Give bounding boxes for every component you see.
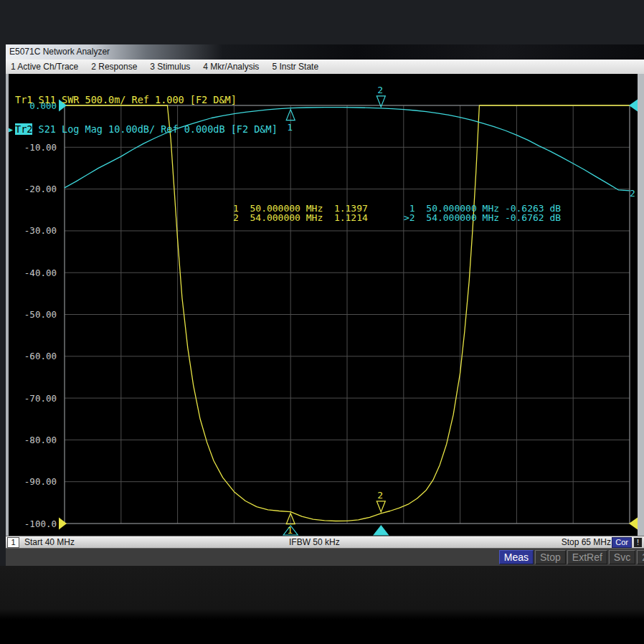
start-frequency-label[interactable]: Start 40 MHz (24, 536, 75, 548)
marker-readout-tr1: 1 50.000000 MHz 1.1397 2 54.000000 MHz 1… (233, 204, 368, 222)
softkey-meas[interactable]: Meas (499, 550, 534, 564)
softkey-extref[interactable]: ExtRef (567, 550, 607, 564)
ref-level-indicator-right-tr1[interactable] (629, 518, 638, 530)
marker-2-label-tr1: 2 (377, 490, 383, 501)
ref-level-indicator-left-tr1[interactable] (59, 518, 67, 530)
ref-level-indicator-right-tr2[interactable] (629, 100, 638, 112)
marker-readout-tr1-line2: 2 54.000000 MHz 1.1214 (233, 212, 368, 223)
softkey-svc[interactable]: Svc (609, 550, 635, 564)
active-trace-arrow-icon: ▶ (9, 125, 15, 135)
menu-stimulus[interactable]: 3 Stimulus (143, 60, 196, 74)
marker-stimulus-indicator-2[interactable] (374, 526, 388, 535)
softkey-stop[interactable]: Stop (535, 550, 566, 564)
y-axis-tick-label: -100.0 (24, 518, 57, 529)
trace2-name: Tr2 (15, 123, 32, 135)
status-bar: 1 Start 40 MHz IFBW 50 kHz Stop 65 MHz C… (6, 536, 644, 548)
ifbw-label[interactable]: IFBW 50 kHz (289, 536, 340, 548)
y-axis-tick-label: -20.00 (24, 184, 57, 194)
marker-readout-tr2: 1 50.000000 MHz -0.6263 dB >2 54.000000 … (404, 204, 561, 222)
menu-mkr-analysis[interactable]: 4 Mkr/Analysis (196, 60, 265, 74)
y-axis-tick-label: -70.00 (24, 393, 57, 404)
correction-status-badge: Cor (612, 537, 632, 548)
marker-readout-tr2-line2: >2 54.000000 MHz -0.6762 dB (404, 212, 561, 223)
y-axis-tick-label: -30.00 (24, 225, 57, 236)
trace1-settings: S11 SWR 500.0m/ Ref 1.000 [F2 D&M] (32, 94, 236, 105)
menu-active-ch-trace[interactable]: 1 Active Ch/Trace (6, 60, 85, 74)
trace-header: Tr1 S11 SWR 500.0m/ Ref 1.000 [F2 D&M] ▶… (9, 76, 278, 153)
y-axis-tick-label: -80.00 (24, 435, 57, 445)
y-axis-tick-label: -50.00 (24, 309, 57, 320)
trace1-name: Tr1 (15, 94, 32, 105)
analyzer-window: E5071C Network Analyzer 1 Active Ch/Trac… (6, 44, 644, 566)
marker-2-label-tr2: 2 (377, 85, 383, 95)
alert-badge: ! (633, 537, 643, 548)
instrument-status-row: Meas Stop ExtRef Svc 2 (6, 548, 644, 566)
screenshot-stage: E5071C Network Analyzer 1 Active Ch/Trac… (0, 0, 644, 644)
y-axis-tick-label: -90.00 (24, 476, 57, 487)
trace2-header-line[interactable]: ▶Tr2 S21 Log Mag 10.00dB/ Ref 0.000dB [F… (9, 125, 278, 135)
softkey-2-clipped[interactable]: 2 (637, 550, 644, 564)
marker-1-label-tr2: 1 (287, 122, 293, 133)
trace1-header-line[interactable]: Tr1 S11 SWR 500.0m/ Ref 1.000 [F2 D&M] (9, 95, 278, 105)
menu-response[interactable]: 2 Response (85, 60, 143, 74)
trace1-active-arrow-slot (9, 95, 15, 105)
photo-background-bottom (0, 566, 644, 644)
instrument-screen: 0.000-10.00-20.00-30.00-40.00-50.00-60.0… (6, 74, 644, 536)
trace2-settings: S21 Log Mag 10.00dB/ Ref 0.000dB [F2 D&M… (32, 123, 277, 135)
window-title: E5071C Network Analyzer (6, 44, 644, 59)
marker-1-label-tr1: 1 (287, 525, 293, 536)
y-axis-tick-label: -40.00 (24, 267, 57, 278)
trace2-edge-label: 2 (630, 188, 635, 199)
y-axis-tick-label: -60.00 (24, 351, 57, 361)
marker-2-tr1[interactable] (377, 501, 385, 512)
menu-instr-state[interactable]: 5 Instr State (265, 60, 325, 74)
menu-bar: 1 Active Ch/Trace 2 Response 3 Stimulus … (6, 60, 644, 75)
channel-number-badge: 1 (7, 537, 19, 548)
window-titlebar[interactable]: E5071C Network Analyzer (6, 44, 644, 60)
stop-frequency-label[interactable]: Stop 65 MHz (562, 536, 611, 548)
